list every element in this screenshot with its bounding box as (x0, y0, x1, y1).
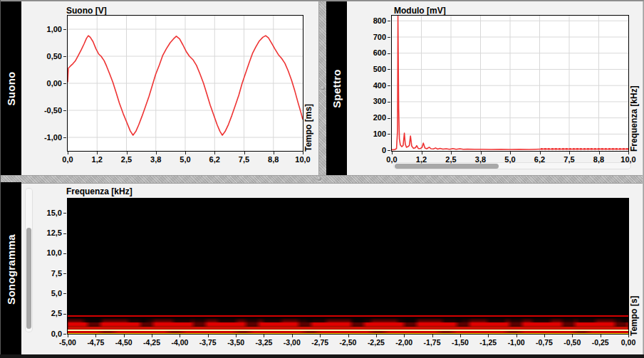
sonogramma-plot-area[interactable] (67, 198, 629, 335)
x-tick-mark (97, 152, 98, 154)
x-tick-mark (274, 152, 274, 154)
x-tick-mark (303, 152, 303, 154)
x-tick-label: 10,0 (607, 155, 644, 164)
x-tick-mark (292, 335, 293, 337)
y-tick-label: 0 (355, 147, 386, 154)
x-tick-mark (599, 152, 600, 154)
x-tick-mark (348, 335, 349, 337)
y-tick-mark (63, 110, 66, 111)
x-tick-mark (376, 335, 377, 337)
x-tick-mark (244, 152, 245, 154)
panel-header-sonogramma-label: Sonogramma (5, 234, 17, 305)
x-tick-mark (185, 152, 186, 154)
panel-header-spettro: Spettro (326, 1, 347, 175)
y-tick-mark (388, 134, 390, 135)
y-tick-label: 100 (355, 130, 386, 138)
x-tick-mark (392, 152, 393, 154)
suono-plot-title: Suono [V] (66, 6, 107, 16)
y-tick-mark (388, 69, 390, 70)
y-tick-mark (63, 293, 66, 294)
x-tick-mark (544, 335, 545, 337)
splitter-dimple-icon (321, 86, 325, 90)
x-tick-mark (156, 152, 157, 154)
y-tick-label: 0,00 (31, 80, 62, 88)
x-tick-mark (95, 335, 96, 337)
labview-front-panel: Suono Suono [V] Tempo [ms] Spettro Modul… (0, 0, 644, 358)
y-tick-mark (388, 102, 390, 102)
splitter-dimple-icon (317, 177, 321, 181)
x-tick-label: 10,0 (281, 155, 324, 164)
y-tick-mark (388, 21, 390, 21)
y-tick-mark (63, 137, 66, 138)
x-tick-mark (127, 152, 128, 154)
y-tick-label: 7,5 (31, 270, 62, 278)
x-tick-label: 0,00 (607, 338, 644, 347)
x-tick-mark (124, 335, 125, 337)
spettro-spectrum-chart (392, 16, 628, 151)
spettro-plot-area[interactable] (391, 15, 629, 152)
x-tick-mark (601, 335, 601, 337)
x-tick-mark (320, 335, 321, 337)
sonogram-band (68, 315, 628, 317)
horizontal-splitter[interactable] (1, 175, 643, 184)
x-tick-mark (68, 335, 68, 337)
x-tick-mark (422, 152, 422, 154)
y-tick-mark (388, 37, 390, 38)
x-tick-mark (68, 152, 68, 154)
spettro-x-axis-caption: Frequenza [kHz] (630, 85, 639, 152)
suono-waveform-chart (68, 16, 303, 151)
panel-header-spettro-label: Spettro (331, 69, 343, 108)
y-tick-mark (63, 56, 66, 57)
x-tick-mark (152, 335, 152, 337)
sonogramma-x-axis-caption: Tempo [s] (630, 296, 639, 336)
x-tick-mark (404, 335, 405, 337)
suono-plot-area[interactable] (67, 15, 303, 152)
x-tick-mark (460, 335, 461, 337)
y-tick-mark (63, 233, 66, 234)
x-tick-mark (236, 335, 237, 337)
y-tick-label: 12,5 (31, 229, 62, 237)
y-tick-label: 10,0 (31, 249, 62, 257)
y-tick-label: 400 (355, 82, 386, 90)
y-tick-mark (63, 273, 66, 274)
y-tick-label: 0,50 (31, 53, 62, 60)
panel-header-suono-label: Suono (5, 71, 17, 105)
x-tick-mark (510, 152, 511, 154)
x-tick-mark (569, 152, 570, 154)
y-tick-label: 200 (355, 114, 386, 122)
sonogram-wave-overlay (68, 331, 628, 333)
sonogramma-plot-title: Frequenza [kHz] (66, 186, 133, 196)
y-tick-label: 700 (355, 33, 386, 41)
y-tick-mark (63, 29, 66, 30)
y-tick-label: 1,00 (31, 26, 62, 33)
y-tick-mark (63, 334, 66, 335)
y-tick-label: 2,5 (31, 310, 62, 317)
x-tick-mark (180, 335, 180, 337)
y-tick-mark (388, 53, 390, 54)
x-tick-mark (451, 152, 452, 154)
sonogram-band (68, 333, 628, 334)
x-tick-mark (516, 335, 517, 337)
y-tick-label: 600 (355, 49, 386, 57)
y-tick-label: 300 (355, 98, 386, 105)
x-tick-mark (214, 152, 215, 154)
y-tick-mark (63, 213, 66, 214)
y-tick-label: 15,0 (31, 209, 62, 217)
y-tick-label: -1,00 (31, 134, 62, 142)
x-tick-mark (628, 335, 629, 337)
panel-header-sonogramma: Sonogramma (1, 182, 21, 357)
x-tick-mark (572, 335, 573, 337)
spettro-plot-title: Modulo [mV] (394, 6, 446, 16)
x-tick-mark (540, 152, 541, 154)
suono-x-axis-caption: Tempo [ms] (304, 104, 313, 152)
y-tick-label: -0,50 (31, 107, 62, 115)
x-tick-mark (628, 152, 629, 154)
y-tick-mark (63, 83, 66, 84)
y-tick-label: 800 (355, 17, 386, 25)
x-tick-mark (488, 335, 489, 337)
y-tick-mark (388, 118, 390, 119)
spettro-scrollbar-thumb[interactable] (395, 164, 499, 169)
sonogram-wave-overlay (68, 318, 628, 322)
y-tick-mark (388, 150, 390, 151)
x-tick-mark (264, 335, 264, 337)
